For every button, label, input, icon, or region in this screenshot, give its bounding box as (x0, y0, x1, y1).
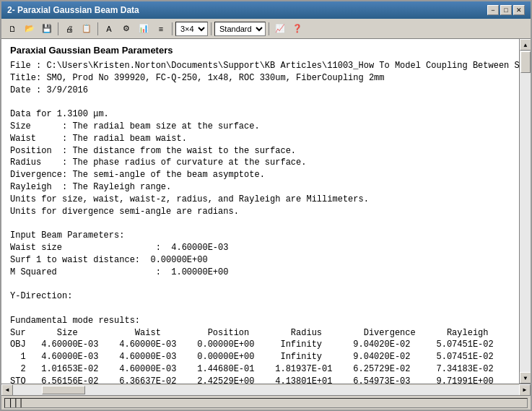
waist-size: Waist size : 4.60000E-03 (10, 243, 228, 253)
main-window: 2- Paraxial Gaussian Beam Data − □ ✕ 🗋 📂… (0, 0, 532, 411)
title-line: Title: SMO, Prod No 399920, FC-Q-250, 1x… (10, 73, 384, 83)
copy-button[interactable]: 📋 (79, 21, 95, 37)
format-button[interactable]: A (101, 21, 117, 37)
scroll-up-button[interactable]: ▲ (520, 39, 531, 51)
main-content: Paraxial Gaussian Beam Parameters File :… (1, 39, 519, 384)
scroll-h-thumb[interactable] (42, 386, 85, 394)
table-row-2: 2 1.01653E-02 4.60000E-03 1.44680E-01 1.… (10, 364, 494, 374)
style-select[interactable]: Standard (214, 22, 266, 36)
units-rad: Units for divergence semi-angle are radi… (10, 207, 239, 217)
chart-button[interactable]: 📊 (136, 21, 152, 37)
scroll-thumb[interactable] (520, 51, 531, 73)
scroll-track[interactable] (520, 51, 531, 372)
file-line: File : C:\Users\Kristen.Norton\Documents… (10, 61, 519, 71)
date-line: Date : 3/9/2016 (10, 85, 88, 95)
m-squared: M Squared : 1.00000E+00 (10, 267, 228, 277)
table-row-1: 1 4.60000E-03 4.60000E-03 0.00000E+00 In… (10, 352, 494, 362)
waist-desc: Waist : The radial beam waist. (10, 134, 187, 144)
new-button[interactable]: 🗋 (4, 21, 20, 37)
rayleigh-desc: Rayleigh : The Rayleigh range. (10, 182, 171, 192)
toolbar-sep-2 (97, 22, 98, 35)
data-wavelength: Data for 1.3100 μm. (10, 109, 109, 119)
size-desc: Size : The radial beam size at the surfa… (10, 121, 260, 131)
extra-button[interactable]: ≡ (153, 21, 169, 37)
content-body: File : C:\Users\Kristen.Norton\Documents… (10, 60, 510, 327)
surf1-dist: Surf 1 to waist distance: 0.00000E+00 (10, 255, 208, 265)
input-params: Input Beam Parameters: (10, 230, 124, 241)
y-direction: Y-Direction: (10, 291, 72, 301)
toolbar-sep-5 (269, 22, 269, 35)
toolbar-sep-3 (172, 22, 173, 35)
fund-mode: Fundamental mode results: (10, 316, 140, 326)
scroll-right-button[interactable]: ▶ (519, 384, 531, 396)
horizontal-scrollbar: ◀ ▶ (1, 384, 531, 395)
table-header: Sur Size Waist Position Radius Divergenc… (10, 328, 489, 338)
help-button[interactable]: ❓ (289, 21, 305, 37)
graph-button[interactable]: 📈 (272, 21, 288, 37)
title-bar: 2- Paraxial Gaussian Beam Data − □ ✕ (1, 1, 531, 19)
status-text: ||| (4, 398, 528, 408)
window-title: 2- Paraxial Gaussian Beam Data (7, 5, 139, 15)
status-bar: ||| (1, 395, 531, 410)
divergence-desc: Divergence: The semi-angle of the beam a… (10, 170, 265, 180)
toolbar-sep-1 (58, 22, 58, 35)
status-label: ||| (8, 398, 24, 408)
table-row-sto: STO 6.56156E-02 6.36637E-02 2.42529E+00 … (10, 376, 494, 384)
toolbar-sep-4 (211, 22, 212, 35)
toolbar: 🗋 📂 💾 🖨 📋 A ⚙ 📊 ≡ 3×4 Standard 📈 ❓ (1, 19, 531, 39)
scroll-left-button[interactable]: ◀ (1, 384, 13, 396)
content-area: Paraxial Gaussian Beam Parameters File :… (1, 39, 531, 384)
page-heading: Paraxial Gaussian Beam Parameters (10, 45, 510, 56)
units-mm: Units for size, waist, waist-z, radius, … (10, 194, 369, 204)
data-table: Sur Size Waist Position Radius Divergenc… (10, 327, 510, 384)
save-button[interactable]: 💾 (39, 21, 55, 37)
minimize-button[interactable]: − (487, 5, 499, 15)
vertical-scrollbar: ▲ ▼ (519, 39, 531, 384)
title-bar-buttons: − □ ✕ (487, 5, 525, 15)
table-row-obj: OBJ 4.60000E-03 4.60000E-03 0.00000E+00 … (10, 339, 494, 350)
open-button[interactable]: 📂 (22, 21, 38, 37)
scroll-h-track[interactable] (13, 385, 519, 395)
close-button[interactable]: ✕ (513, 5, 525, 15)
settings-button[interactable]: ⚙ (118, 21, 134, 37)
scroll-down-button[interactable]: ▼ (520, 372, 531, 384)
print-button[interactable]: 🖨 (61, 21, 77, 37)
maximize-button[interactable]: □ (500, 5, 512, 15)
radius-desc: Radius : The phase radius of curvature a… (10, 157, 306, 168)
size-select[interactable]: 3×4 (175, 22, 208, 36)
position-desc: Position : The distance from the waist t… (10, 146, 296, 156)
